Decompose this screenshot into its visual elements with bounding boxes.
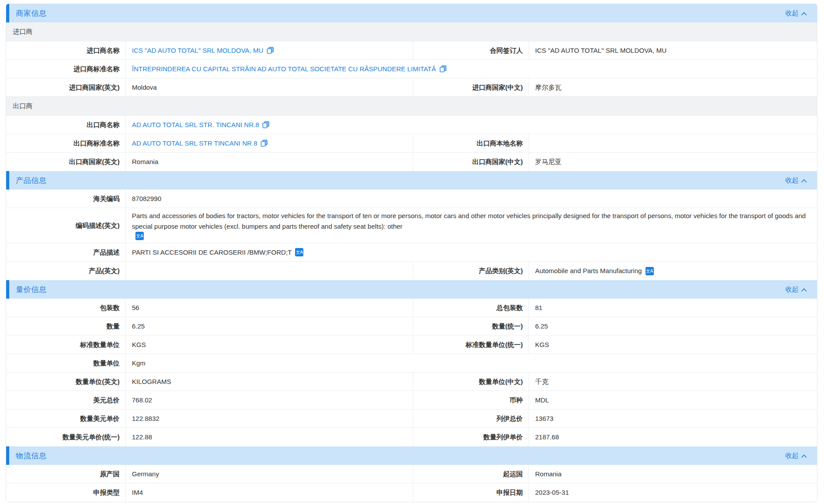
table-row: 包装数56总包装数81 bbox=[6, 299, 817, 317]
field-label: 数量(统一) bbox=[413, 317, 529, 335]
field-label: 数量 bbox=[6, 317, 126, 335]
subsection-row: 出口商 bbox=[6, 97, 817, 115]
collapse-label: 收起 bbox=[785, 176, 798, 185]
translate-icon[interactable]: 文A bbox=[295, 248, 303, 256]
field-label: 合同签订人 bbox=[413, 41, 529, 59]
chevron-up-icon bbox=[801, 179, 807, 183]
field-value: MDL bbox=[529, 391, 817, 409]
section-header-merchant-info: 商家信息收起 bbox=[6, 4, 817, 22]
subsection-row: 进口商 bbox=[6, 22, 817, 41]
field-label: 标准数量单位 bbox=[6, 336, 126, 354]
field-value: PARTI SI ACCESORII DE CAROSERII /BMW;FOR… bbox=[126, 243, 817, 261]
section-title: 产品信息 bbox=[16, 175, 47, 186]
copy-icon[interactable] bbox=[262, 121, 270, 128]
company-link[interactable]: ÎNTREPRINDEREA CU CAPITAL STRĂIN AD AUTO… bbox=[132, 64, 436, 74]
copy-icon[interactable] bbox=[266, 47, 274, 54]
field-label: 数量单位(英文) bbox=[6, 373, 126, 391]
section-header-product-info: 产品信息收起 bbox=[6, 171, 817, 190]
field-value: 2023-05-31 bbox=[529, 483, 817, 502]
field-value: 81 bbox=[529, 299, 817, 317]
field-label: 海关编码 bbox=[6, 190, 126, 208]
copy-icon[interactable] bbox=[439, 65, 447, 73]
field-label: 申报类型 bbox=[6, 483, 126, 502]
field-label: 包装数 bbox=[6, 299, 126, 317]
table-row: 美元总价768.02币种MDL bbox=[6, 391, 817, 409]
field-label: 出口商标准名称 bbox=[6, 134, 126, 152]
field-label: 进口商国家(英文) bbox=[6, 78, 126, 96]
field-value-text: Automobile and Parts Manufacturing bbox=[535, 266, 642, 276]
table-row: 进口商 bbox=[6, 22, 817, 41]
field-value: KILOGRAMS bbox=[126, 373, 413, 391]
collapse-button[interactable]: 收起 bbox=[785, 9, 807, 18]
table-row: 进口商标准名称ÎNTREPRINDEREA CU CAPITAL STRĂIN … bbox=[6, 60, 817, 78]
table-row: 数量美元单价(统一)122.88数量列伊单价2187.68 bbox=[6, 428, 817, 446]
field-value: 768.02 bbox=[126, 391, 413, 409]
field-label: 编码描述(英文) bbox=[6, 208, 126, 243]
field-label: 产品描述 bbox=[6, 243, 126, 261]
table-row: 标准数量单位KGS标准数量单位(统一)KGS bbox=[6, 336, 817, 354]
field-label: 进口商标准名称 bbox=[6, 60, 126, 78]
field-label: 出口商国家(英文) bbox=[6, 153, 126, 171]
field-value-text: Parts and accessories of bodies for trac… bbox=[132, 211, 812, 232]
collapse-label: 收起 bbox=[785, 9, 798, 18]
field-label: 出口商名称 bbox=[6, 116, 126, 134]
field-value-text: 81 bbox=[535, 303, 543, 313]
collapse-button[interactable]: 收起 bbox=[785, 285, 807, 294]
field-value-text: PARTI SI ACCESORII DE CAROSERII /BMW;FOR… bbox=[132, 247, 292, 258]
chevron-up-icon bbox=[801, 454, 807, 459]
field-value: 6.25 bbox=[529, 317, 817, 335]
field-value: IM4 bbox=[126, 483, 413, 502]
field-value-text: 13673 bbox=[535, 413, 554, 424]
field-label: 进口商国家(中文) bbox=[413, 78, 529, 96]
field-value-text: 87082990 bbox=[132, 194, 161, 204]
field-value-link: ÎNTREPRINDEREA CU CAPITAL STRĂIN AD AUTO… bbox=[126, 60, 817, 78]
field-label: 数量列伊单价 bbox=[413, 428, 529, 446]
collapse-button[interactable]: 收起 bbox=[785, 176, 807, 185]
field-value: Automobile and Parts Manufacturing文A bbox=[529, 262, 817, 280]
table-row: 编码描述(英文)Parts and accessories of bodies … bbox=[6, 208, 817, 243]
section-header-logistics-info: 物流信息收起 bbox=[6, 446, 817, 465]
subsection-label: 进口商 bbox=[13, 28, 33, 36]
field-value-text: ICS "AD AUTO TOTAL" SRL MOLDOVA, MU bbox=[535, 45, 667, 56]
collapse-label: 收起 bbox=[785, 452, 798, 460]
table-row: 进口商名称ICS "AD AUTO TOTAL" SRL MOLDOVA, MU… bbox=[6, 41, 817, 60]
table-row: 原产国Germany起运国Romania bbox=[6, 465, 817, 483]
company-link[interactable]: ICS "AD AUTO TOTAL" SRL MOLDOVA, MU bbox=[132, 45, 263, 56]
field-value-text: Romania bbox=[132, 157, 158, 167]
field-label: 出口商本地名称 bbox=[413, 134, 529, 152]
table-row: 出口商 bbox=[6, 97, 817, 116]
field-label: 申报日期 bbox=[413, 483, 529, 502]
field-value: 6.25 bbox=[126, 317, 413, 335]
field-value: Moldova bbox=[126, 78, 413, 96]
trade-record-detail-page: 商家信息收起进口商进口商名称ICS "AD AUTO TOTAL" SRL MO… bbox=[6, 4, 817, 502]
field-value-text: 768.02 bbox=[132, 395, 152, 405]
field-value-text: Germany bbox=[132, 469, 159, 479]
collapse-button[interactable]: 收起 bbox=[785, 452, 807, 460]
field-value-text: KILOGRAMS bbox=[132, 376, 171, 387]
field-value: 122.8832 bbox=[126, 409, 413, 427]
field-value: 56 bbox=[126, 299, 413, 317]
section-quantity-price-info: 量价信息收起包装数56总包装数81数量6.25数量(统一)6.25标准数量单位K… bbox=[6, 280, 817, 446]
field-label: 标准数量单位(统一) bbox=[413, 336, 529, 354]
field-label: 出口商国家(中文) bbox=[413, 153, 529, 171]
translate-icon[interactable]: 文A bbox=[645, 267, 654, 275]
field-value-text: IM4 bbox=[132, 487, 143, 498]
field-value-link: AD AUTO TOTAL SRL STR. TINCANI NR.8 bbox=[126, 116, 817, 134]
field-value-text: MDL bbox=[535, 395, 549, 405]
field-value-text: 千克 bbox=[535, 376, 548, 387]
field-value-text: 122.88 bbox=[132, 432, 152, 442]
field-label: 总包装数 bbox=[413, 299, 529, 317]
company-link[interactable]: AD AUTO TOTAL SRL STR. TINCANI NR.8 bbox=[132, 120, 259, 130]
table-row: 进口商国家(英文)Moldova进口商国家(中文)摩尔多瓦 bbox=[6, 78, 817, 97]
translate-icon[interactable]: 文A bbox=[135, 232, 144, 240]
field-label: 原产国 bbox=[6, 465, 126, 483]
section-product-info: 产品信息收起海关编码87082990编码描述(英文)Parts and acce… bbox=[6, 171, 817, 280]
section-title: 量价信息 bbox=[16, 285, 47, 295]
field-value: 2187.68 bbox=[529, 428, 817, 446]
copy-icon[interactable] bbox=[260, 139, 268, 147]
field-value-link: ICS "AD AUTO TOTAL" SRL MOLDOVA, MU bbox=[126, 41, 413, 59]
field-value: Romania bbox=[126, 153, 413, 171]
field-value-text: 56 bbox=[132, 303, 139, 313]
field-value: 千克 bbox=[529, 373, 817, 391]
company-link[interactable]: AD AUTO TOTAL SRL STR TINCANI NR 8 bbox=[132, 138, 257, 149]
